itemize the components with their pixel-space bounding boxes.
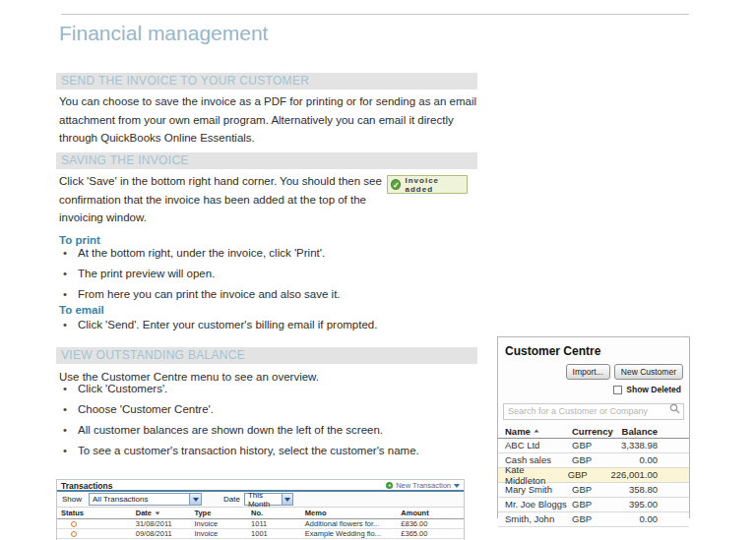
- transactions-panel: Transactions + New Transaction Show All …: [56, 479, 465, 540]
- bullet-text: Click 'Send'. Enter your customer's bill…: [78, 319, 377, 330]
- customer-centre-title: Customer Centre: [498, 337, 689, 358]
- show-deleted-checkbox[interactable]: [613, 386, 622, 394]
- invoice-added-label: Invoice added: [405, 176, 467, 194]
- bullet-icon: •: [63, 319, 67, 331]
- table-row[interactable]: ABC Ltd GBP 3,338.98: [498, 439, 689, 453]
- bullet-icon: •: [63, 268, 67, 280]
- transaction-status: [57, 521, 116, 527]
- list-item: •Click 'Customers'.: [61, 383, 474, 395]
- to-email-bullet-list: •Click 'Send'. Enter your customer's bil…: [61, 319, 474, 339]
- transaction-status: [57, 531, 116, 537]
- new-transaction-label: New Transaction: [396, 481, 451, 490]
- transaction-type: Invoice: [194, 519, 251, 528]
- section-heading-send-invoice: SEND THE INVOICE TO YOUR CUSTOMER: [56, 73, 477, 90]
- table-row-highlighted[interactable]: Kate Middleton GBP 226,001.00: [498, 468, 689, 483]
- import-button[interactable]: Import...: [566, 364, 610, 380]
- customer-balance: 3,338.98: [618, 440, 689, 450]
- bullet-icon: •: [63, 424, 67, 437]
- table-row[interactable]: Mary Smith GBP 358.80: [498, 483, 689, 498]
- chevron-down-icon: [454, 484, 460, 488]
- column-header-label: Date: [136, 509, 152, 517]
- paragraph-saving-invoice: Click 'Save' in the bottom right hand co…: [59, 172, 392, 227]
- transaction-memo: Additional flowers for...: [305, 519, 402, 528]
- customer-balance: 0.00: [618, 513, 689, 524]
- transaction-date: 09/08/2011: [116, 529, 195, 538]
- customer-centre-panel: Customer Centre Import... New Customer S…: [497, 336, 690, 518]
- view-balance-bullet-list: •Click 'Customers'. •Choose 'Customer Ce…: [61, 383, 474, 465]
- column-header-currency[interactable]: Currency: [569, 426, 618, 437]
- transaction-type: Invoice: [194, 529, 251, 538]
- show-filter-select[interactable]: All Transactions: [89, 493, 202, 506]
- customer-currency: GBP: [569, 454, 618, 465]
- customer-balance: 0.00: [618, 454, 689, 465]
- transaction-no: 1001: [251, 529, 305, 538]
- customer-currency: GBP: [565, 469, 611, 480]
- check-circle-icon: ✓: [391, 179, 401, 190]
- list-item: •Click 'Send'. Enter your customer's bil…: [61, 319, 474, 331]
- bullet-icon: •: [63, 383, 67, 395]
- table-row[interactable]: Mr. Joe Bloggs GBP 395.00: [498, 498, 689, 512]
- customer-balance: 226,001.00: [610, 469, 689, 480]
- section-heading-saving-invoice: SAVING THE INVOICE: [56, 152, 477, 169]
- customer-name[interactable]: ABC Ltd: [498, 440, 569, 450]
- customer-table: Name Currency Balance ABC Ltd GBP 3,338.…: [498, 425, 689, 527]
- to-print-bullet-list: •At the bottom right, under the invoice,…: [61, 247, 474, 309]
- bullet-icon: •: [63, 288, 67, 301]
- bullet-text: All customer balances are shown down the…: [78, 424, 383, 436]
- page-title: Financial management: [59, 22, 268, 45]
- bullet-icon: •: [63, 445, 67, 457]
- transaction-memo: Example Wedding flo...: [305, 529, 402, 538]
- customer-name[interactable]: Smith, John: [498, 513, 569, 524]
- customer-balance: 395.00: [618, 499, 689, 510]
- column-header-amount[interactable]: Amount: [401, 509, 464, 517]
- column-header-name[interactable]: Name: [498, 426, 569, 437]
- transaction-amount: £365.00: [401, 529, 464, 538]
- bullet-text: The print preview will open.: [78, 268, 215, 279]
- column-header-type[interactable]: Type: [194, 509, 251, 517]
- column-header-memo[interactable]: Memo: [305, 509, 402, 517]
- plus-circle-icon: +: [386, 482, 393, 489]
- section-heading-view-balance: VIEW OUTSTANDING BALANCE: [56, 347, 477, 364]
- table-row[interactable]: 09/08/2011 Invoice 1001 Example Wedding …: [57, 529, 464, 539]
- show-deleted-row: Show Deleted: [498, 380, 689, 394]
- transaction-amount: £836.00: [401, 519, 464, 528]
- customer-name[interactable]: Mary Smith: [498, 484, 569, 495]
- open-status-icon: [71, 531, 77, 537]
- dropdown-arrow-icon[interactable]: [282, 494, 292, 505]
- customer-centre-buttons: Import... New Customer: [498, 358, 689, 380]
- show-filter-label: Show: [62, 495, 82, 504]
- customer-search-input[interactable]: [503, 403, 684, 420]
- sort-desc-icon: [156, 511, 160, 514]
- new-transaction-button[interactable]: + New Transaction: [386, 481, 460, 490]
- date-filter-label: Date: [223, 495, 240, 504]
- list-item: •All customer balances are shown down th…: [61, 424, 474, 437]
- column-header-date[interactable]: Date: [116, 509, 195, 517]
- subheading-to-print: To print: [59, 234, 100, 246]
- column-header-label: Name: [505, 426, 531, 437]
- list-item: •The print preview will open.: [61, 268, 474, 280]
- show-filter-value: All Transactions: [93, 495, 148, 504]
- customer-name[interactable]: Kate Middleton: [498, 464, 565, 486]
- bullet-icon: •: [63, 247, 67, 260]
- date-filter-select[interactable]: This Month: [244, 493, 293, 506]
- table-row[interactable]: Smith, John GBP 0.00: [498, 512, 689, 527]
- customer-search: [503, 400, 684, 420]
- bullet-icon: •: [63, 403, 67, 416]
- customer-currency: GBP: [569, 440, 618, 450]
- customer-name[interactable]: Mr. Joe Bloggs: [498, 499, 569, 510]
- table-row[interactable]: 31/08/2011 Invoice 1011 Additional flowe…: [57, 519, 464, 529]
- column-header-balance[interactable]: Balance: [618, 426, 689, 437]
- column-header-no[interactable]: No.: [251, 509, 305, 517]
- customer-balance: 358.80: [618, 484, 689, 495]
- date-filter-value: This Month: [248, 491, 282, 509]
- search-icon: [669, 403, 680, 414]
- bullet-text: Choose 'Customer Centre'.: [78, 403, 214, 415]
- dropdown-arrow-icon[interactable]: [189, 494, 201, 505]
- bullet-text: From here you can print the invoice and …: [78, 288, 341, 300]
- new-customer-button[interactable]: New Customer: [614, 364, 683, 380]
- transactions-filters: Show All Transactions Date This Month: [57, 492, 464, 508]
- transaction-date: 31/08/2011: [116, 519, 195, 528]
- customer-currency: GBP: [569, 513, 618, 524]
- list-item: •From here you can print the invoice and…: [61, 288, 474, 301]
- column-header-status[interactable]: Status: [57, 509, 116, 517]
